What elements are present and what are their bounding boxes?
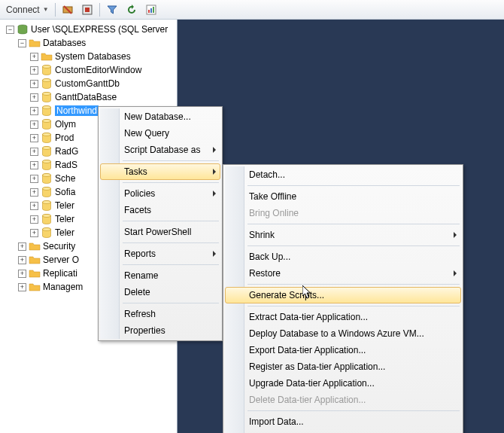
chevron-right-icon [454, 270, 457, 276]
expand-toggle[interactable] [30, 215, 38, 224]
context-menu: New Database... New Query Script Databas… [98, 106, 223, 341]
db-node[interactable]: GanttDataBase [3, 90, 177, 104]
expand-toggle[interactable] [18, 242, 26, 251]
menu-policies[interactable]: Policies [100, 185, 220, 202]
db-label: Sofia [55, 187, 75, 197]
menu-shrink[interactable]: Shrink [225, 227, 461, 243]
database-icon [41, 91, 53, 103]
expand-toggle[interactable] [30, 93, 38, 102]
folder-label: Managem [43, 282, 83, 292]
folder-icon [29, 240, 41, 252]
database-icon [41, 78, 53, 90]
database-icon [41, 186, 53, 198]
expand-toggle[interactable] [30, 80, 38, 88]
separator [123, 221, 219, 221]
svg-rect-6 [150, 8, 152, 13]
db-node[interactable]: CustomGanttDb [3, 77, 177, 90]
menu-export-data[interactable]: Export Data... [225, 430, 461, 433]
database-icon [41, 105, 53, 117]
menu-new-query[interactable]: New Query [100, 125, 220, 142]
separator [123, 264, 219, 265]
expand-toggle[interactable] [30, 134, 38, 142]
report-icon[interactable] [142, 2, 160, 17]
menu-reports[interactable]: Reports [100, 245, 220, 262]
chevron-right-icon [213, 147, 216, 153]
svg-point-32 [43, 215, 51, 218]
expand-toggle[interactable] [30, 120, 38, 129]
expand-toggle[interactable] [30, 161, 38, 169]
expand-toggle[interactable] [30, 107, 38, 115]
db-label: Olym [55, 119, 76, 130]
chevron-right-icon [454, 232, 457, 238]
folder-icon [41, 50, 53, 63]
system-databases-folder[interactable]: System Databases [3, 50, 177, 63]
menu-refresh[interactable]: Refresh [100, 306, 220, 322]
toolbar: Connect ▼ [0, 0, 504, 20]
refresh-icon[interactable] [123, 2, 141, 17]
separator [123, 160, 219, 161]
menu-export-dta[interactable]: Export Data-tier Application... [225, 342, 461, 358]
expand-toggle[interactable] [30, 202, 38, 210]
menu-extract-dta[interactable]: Extract Data-tier Application... [225, 309, 461, 325]
database-icon [41, 145, 53, 157]
svg-point-30 [43, 201, 51, 204]
folder-label: Replicati [43, 268, 77, 279]
db-label: Prod [55, 133, 74, 143]
expand-toggle[interactable] [30, 148, 38, 156]
expand-toggle[interactable] [30, 53, 38, 61]
filter-icon[interactable] [103, 2, 121, 17]
stop-icon[interactable] [78, 2, 96, 17]
svg-point-18 [43, 120, 51, 123]
connect-button[interactable]: Connect ▼ [3, 3, 52, 17]
menu-upgrade-dta[interactable]: Upgrade Data-tier Application... [225, 375, 461, 392]
database-icon [41, 213, 53, 225]
menu-deploy-azure[interactable]: Deploy Database to a Windows Azure VM... [225, 325, 461, 342]
menu-powershell[interactable]: Start PowerShell [100, 224, 220, 240]
folder-icon [29, 37, 41, 49]
svg-point-24 [43, 160, 51, 163]
svg-point-10 [43, 66, 51, 69]
databases-folder[interactable]: Databases [3, 36, 177, 50]
expand-toggle[interactable] [30, 175, 38, 183]
svg-point-20 [43, 133, 51, 136]
server-node[interactable]: User \SQLEXPRESS (SQL Server [3, 23, 177, 36]
menu-delete[interactable]: Delete [100, 284, 220, 300]
menu-new-database[interactable]: New Database... [100, 108, 220, 125]
menu-delete-dta: Delete Data-tier Application... [225, 392, 461, 408]
expand-toggle[interactable] [30, 229, 38, 237]
menu-tasks[interactable]: Tasks [100, 163, 220, 180]
db-node[interactable]: CustomEditorWindow [3, 63, 177, 77]
menu-generate-scripts[interactable]: Generate Scripts... [225, 287, 461, 303]
expand-toggle[interactable] [18, 256, 26, 264]
folder-icon [29, 281, 41, 293]
menu-script-database[interactable]: Script Database as [100, 142, 220, 158]
menu-rename[interactable]: Rename [100, 267, 220, 284]
database-icon [41, 64, 53, 76]
expand-toggle[interactable] [18, 39, 26, 47]
disconnect-icon[interactable] [59, 2, 77, 17]
svg-point-12 [43, 79, 51, 82]
menu-restore[interactable]: Restore [225, 265, 461, 282]
menu-take-offline[interactable]: Take Offline [225, 188, 461, 205]
expand-toggle[interactable] [6, 26, 14, 34]
menu-register-dta[interactable]: Register as Data-tier Application... [225, 358, 461, 375]
svg-rect-7 [153, 7, 154, 13]
menu-import-data[interactable]: Import Data... [225, 413, 461, 430]
expand-toggle[interactable] [18, 270, 26, 278]
database-icon [41, 200, 53, 212]
separator [123, 303, 219, 303]
expand-toggle[interactable] [30, 66, 38, 75]
expand-toggle[interactable] [30, 188, 38, 197]
svg-rect-5 [148, 10, 150, 13]
menu-properties[interactable]: Properties [100, 322, 220, 339]
chevron-right-icon [213, 169, 216, 175]
database-icon [41, 132, 53, 144]
database-icon [41, 227, 53, 239]
menu-facets[interactable]: Facets [100, 202, 220, 218]
database-icon [41, 118, 53, 130]
db-label: CustomGanttDb [55, 78, 120, 89]
menu-detach[interactable]: Detach... [225, 166, 461, 183]
menu-backup[interactable]: Back Up... [225, 249, 461, 265]
connect-label: Connect [6, 5, 40, 15]
expand-toggle[interactable] [18, 283, 26, 291]
